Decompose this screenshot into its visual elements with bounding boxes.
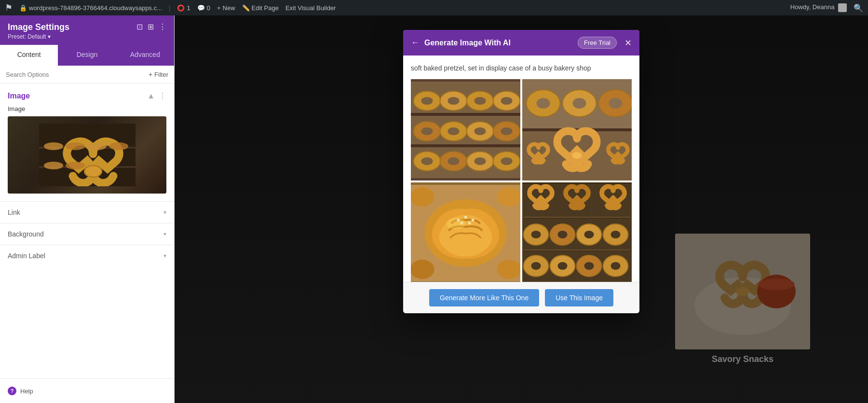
ai-modal: ← Generate Image With AI Free Trial ✕ so… [403,30,639,313]
svg-point-41 [475,157,486,165]
circle-count[interactable]: ⭕ 1 [177,4,190,12]
help-icon: ? [8,387,16,395]
link-label: Link [8,208,20,216]
back-button[interactable]: ← [411,38,420,48]
ai-modal-title: Generate Image With AI [424,39,573,47]
svg-point-9 [66,162,85,169]
svg-point-86 [584,231,594,238]
help-button[interactable]: ? Help [0,378,174,403]
svg-rect-19 [411,144,520,147]
svg-point-53 [609,98,623,109]
ai-image-grid [411,79,632,282]
svg-point-92 [558,262,568,270]
ai-modal-header: ← Generate Image With AI Free Trial ✕ [403,30,639,56]
more-options-icon[interactable]: ⋮ [159,22,166,31]
svg-point-33 [475,127,486,135]
svg-point-6 [87,142,107,150]
sidebar-tabs: Content Design Advanced [0,45,174,66]
chevron-down-icon: ▾ [48,33,51,40]
svg-point-3 [84,166,102,177]
generate-more-button[interactable]: Generate More Like This One [429,289,539,306]
image-section-heading: Image ▲ ⋮ [0,83,174,103]
svg-point-61 [472,219,475,222]
svg-point-96 [611,262,621,270]
admin-label-section[interactable]: Admin Label ▾ [0,245,174,266]
svg-rect-18 [411,113,520,116]
svg-point-7 [109,142,128,150]
svg-point-29 [421,127,433,135]
plus-icon: + [149,70,152,78]
svg-point-94 [584,262,594,270]
svg-point-51 [573,98,586,109]
ai-modal-body: soft baked pretzel, set in display case … [403,56,639,282]
comment-count[interactable]: 💬 0 [197,4,210,12]
svg-point-66 [411,260,434,279]
site-url[interactable]: 🔒 wordpress-784896-3766464.cloudwaysapps… [19,4,162,12]
ai-modal-footer: Generate More Like This One Use This Ima… [403,282,639,313]
svg-point-5 [66,142,85,150]
ai-image-cell-1[interactable] [411,79,520,181]
svg-point-8 [44,162,63,169]
new-button[interactable]: + New [217,4,235,12]
tab-advanced[interactable]: Advanced [116,45,174,66]
wp-admin-bar: ⚑ 🔒 wordpress-784896-3766464.cloudwaysap… [0,0,868,15]
pretzel-preview-svg [39,124,136,186]
fullscreen-icon[interactable]: ⊡ [136,22,143,31]
tab-content[interactable]: Content [0,45,58,66]
collapse-icon[interactable]: ▲ [147,92,155,100]
exit-builder-button[interactable]: Exit Visual Builder [285,4,336,12]
svg-point-62 [461,222,463,224]
svg-point-23 [448,97,460,105]
ai-image-cell-2[interactable] [522,79,632,181]
search-input[interactable] [6,71,145,78]
svg-point-37 [421,157,433,165]
sidebar-title: Image Settings [8,22,69,32]
layout-icon[interactable]: ⊞ [148,22,154,31]
background-arrow-icon: ▾ [163,231,166,237]
search-bar: + Filter [0,66,174,83]
background-section[interactable]: Background ▾ [0,223,174,245]
sidebar-header: Image Settings Preset: Default ▾ ⊡ ⊞ ⋮ [0,15,174,45]
shield-icon: 🔒 [19,4,27,12]
canvas-area: DIVI Savory Snacks [175,15,868,403]
svg-point-4 [44,142,63,150]
close-modal-button[interactable]: ✕ [624,38,632,48]
svg-point-43 [501,157,513,165]
admin-label-arrow-icon: ▾ [163,252,166,259]
svg-point-64 [411,187,434,207]
wp-logo-icon: ⚑ [5,2,13,13]
filter-button[interactable]: + Filter [149,70,168,78]
sidebar: Image Settings Preset: Default ▾ ⊡ ⊞ ⋮ C… [0,15,175,403]
background-label: Background [8,230,44,238]
svg-point-65 [497,187,521,207]
svg-point-31 [448,127,460,135]
image-preview[interactable] [8,116,166,194]
svg-point-59 [457,219,460,222]
tab-design[interactable]: Design [58,45,116,66]
howdy-text: Howdy, Deanna [790,3,847,12]
svg-point-54 [572,152,582,159]
svg-point-27 [501,97,513,105]
svg-point-82 [531,231,541,238]
svg-point-63 [468,222,471,224]
use-image-button[interactable]: Use This Image [545,289,613,306]
svg-point-25 [475,97,486,105]
more-section-icon[interactable]: ⋮ [159,91,166,100]
main-area: Image Settings Preset: Default ▾ ⊡ ⊞ ⋮ C… [0,15,868,403]
svg-point-60 [464,216,467,219]
admin-label-label: Admin Label [8,252,45,260]
ai-image-cell-4[interactable] [522,182,632,282]
svg-point-39 [448,157,460,165]
svg-point-21 [421,97,433,105]
svg-point-88 [611,231,621,238]
svg-point-90 [531,262,541,270]
link-section[interactable]: Link ▾ [0,201,174,223]
search-icon[interactable]: 🔍 [854,3,863,13]
edit-page-button[interactable]: ✏️ Edit Page [242,4,279,12]
section-title: Image [8,92,30,100]
preset-selector[interactable]: Preset: Default ▾ [8,33,69,40]
free-trial-badge[interactable]: Free Trial [578,37,617,49]
image-field-label: Image [0,103,174,116]
ai-image-cell-3[interactable] [411,182,520,282]
svg-point-49 [537,98,550,109]
